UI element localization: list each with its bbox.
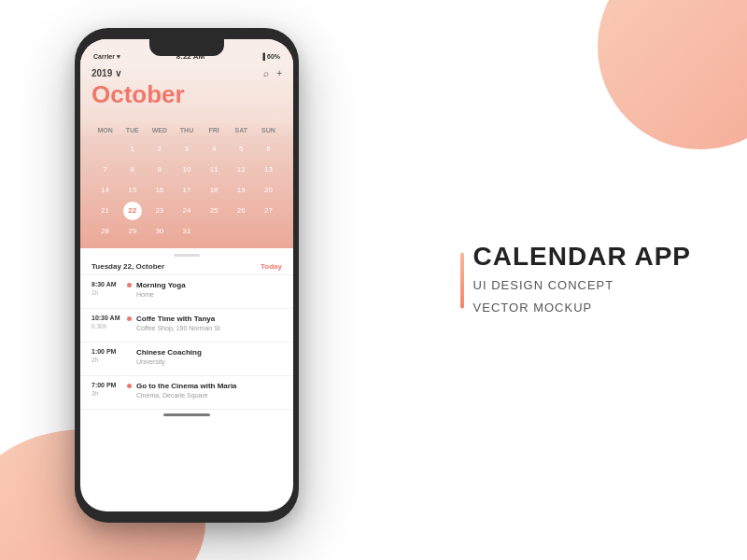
agenda-section: Tuesday 22, October Today 8:30 AM 1h Mor… [80,248,293,418]
phone-notch [149,39,224,56]
right-panel: CALENDAR APP UI DESIGN CONCEPT VECTOR MO… [460,241,691,318]
event2-dot [127,316,132,321]
cal-day-empty4 [259,222,277,241]
cal-week-2: 7 8 9 10 11 12 13 [92,161,282,179]
agenda-event-4[interactable]: 7:00 PM 3h Go to the Cinema with Maria C… [80,376,293,410]
cal-day-empty2 [204,222,223,241]
cal-week-5: 28 29 30 31 [92,222,282,241]
add-icon[interactable]: + [276,68,282,78]
event2-duration: 0.30h [92,323,127,329]
event4-location: Cinema, Decarie Square [136,391,282,399]
cal-day-16[interactable]: 16 [150,181,169,200]
cal-day-6[interactable]: 6 [259,140,277,159]
cal-day-9[interactable]: 9 [150,161,169,179]
cal-week-4: 21 22 23 24 25 26 27 [92,202,282,220]
cal-day-1[interactable]: 1 [123,140,142,159]
event1-title: Morning Yoga [136,280,282,290]
cal-day-13[interactable]: 13 [259,161,277,179]
calendar-header: 2019 ∨ ⌕ + October [80,64,293,122]
cal-day-12[interactable]: 12 [232,161,250,179]
event1-duration: 1h [92,289,127,296]
event3-duration: 2h [92,357,127,363]
calendar-grid: 1 2 3 4 5 6 7 8 9 10 11 12 13 [80,138,293,248]
drag-handle[interactable] [80,248,293,260]
phone-mockup: Carrier ▾ 8:22 AM ▐ 60% 2019 ∨ ⌕ + Octob… [75,28,299,523]
cal-day-30[interactable]: 30 [150,222,169,241]
cal-day-11[interactable]: 11 [204,161,223,179]
cal-day-3[interactable]: 3 [177,140,196,159]
bottom-home-bar [163,413,210,416]
cal-day-10[interactable]: 10 [177,161,196,179]
year-row: 2019 ∨ ⌕ + [92,68,282,78]
cal-day-14[interactable]: 14 [96,181,115,200]
event3-info: Chinese Coaching University [136,347,282,371]
event3-no-dot [127,347,136,371]
cal-day-19[interactable]: 19 [232,181,250,200]
cal-day-17[interactable]: 17 [177,181,196,200]
day-header-sun: SUN [255,125,282,135]
cal-day-5[interactable]: 5 [232,140,250,159]
phone-screen: Carrier ▾ 8:22 AM ▐ 60% 2019 ∨ ⌕ + Octob… [80,39,293,511]
event3-location: University [136,357,282,366]
drag-bar [174,254,200,257]
cal-day-31[interactable]: 31 [177,222,196,241]
cal-day-25[interactable]: 25 [204,202,223,220]
month-title: October [92,80,282,109]
cal-day-26[interactable]: 26 [232,202,250,220]
event2-time-col: 10:30 AM 0.30h [92,314,127,337]
cal-day-empty3 [232,222,250,241]
header-icons: ⌕ + [263,68,282,78]
agenda-event-3[interactable]: 1:00 PM 2h Chinese Coaching University [80,343,293,376]
event1-time-col: 8:30 AM 1h [92,280,127,303]
cal-day-18[interactable]: 18 [204,181,223,200]
cal-day-7[interactable]: 7 [96,161,115,179]
year-label[interactable]: 2019 ∨ [92,68,121,78]
day-header-thu: THU [173,125,200,135]
agenda-today-label: Today [261,262,282,271]
event4-info: Go to the Cinema with Maria Cinema, Deca… [136,381,282,404]
bottom-indicator [80,410,293,418]
day-header-sat: SAT [228,125,255,135]
event2-location: Coffee Shop, 190 Norman St [136,324,282,332]
event1-dot [127,283,132,287]
cal-day-2[interactable]: 2 [150,140,169,159]
event2-time: 10:30 AM [92,314,127,323]
search-icon[interactable]: ⌕ [263,68,269,78]
agenda-event-1[interactable]: 8:30 AM 1h Morning Yoga Home [80,275,293,309]
phone-frame: Carrier ▾ 8:22 AM ▐ 60% 2019 ∨ ⌕ + Octob… [75,28,299,523]
agenda-date-label: Tuesday 22, October [92,262,164,271]
cal-day-27[interactable]: 27 [259,202,277,220]
day-header-wed: WED [146,125,173,135]
cal-day-15[interactable]: 15 [123,181,142,200]
cal-day-22-today[interactable]: 22 [123,202,142,220]
event4-dot [127,384,132,388]
cal-day-4[interactable]: 4 [204,140,223,159]
cal-day-24[interactable]: 24 [177,202,196,220]
event3-time-col: 1:00 PM 2h [92,347,127,371]
app-subtitle1: UI DESIGN CONCEPT [473,276,691,296]
app-subtitle2: VECTOR MOCKUP [473,300,691,319]
cal-day-29[interactable]: 29 [123,222,142,241]
event3-time: 1:00 PM [92,347,127,357]
cal-day-21[interactable]: 21 [96,202,115,220]
day-headers: MON TUE WED THU FRI SAT SUN [80,122,293,138]
event4-duration: 3h [92,390,127,397]
cal-day-8[interactable]: 8 [123,161,142,179]
event4-title: Go to the Cinema with Maria [136,381,282,391]
event2-info: Coffe Time with Tanya Coffee Shop, 190 N… [136,314,282,337]
agenda-event-2[interactable]: 10:30 AM 0.30h Coffe Time with Tanya Cof… [80,309,293,343]
cal-day-28[interactable]: 28 [96,222,115,241]
event1-location: Home [136,290,282,299]
event4-time-col: 7:00 PM 3h [92,381,127,404]
cal-day-empty [96,140,115,159]
right-text-content: CALENDAR APP UI DESIGN CONCEPT VECTOR MO… [473,241,691,318]
day-header-mon: MON [92,125,119,135]
app-title: CALENDAR APP [473,241,691,273]
cal-week-1: 1 2 3 4 5 6 [92,140,282,159]
battery-label: ▐ 60% [261,53,280,60]
cal-day-23[interactable]: 23 [150,202,169,220]
cal-day-20[interactable]: 20 [259,181,277,200]
carrier-label: Carrier ▾ [93,53,120,61]
bg-decoration-top-right [598,0,747,149]
day-header-fri: FRI [201,125,228,135]
